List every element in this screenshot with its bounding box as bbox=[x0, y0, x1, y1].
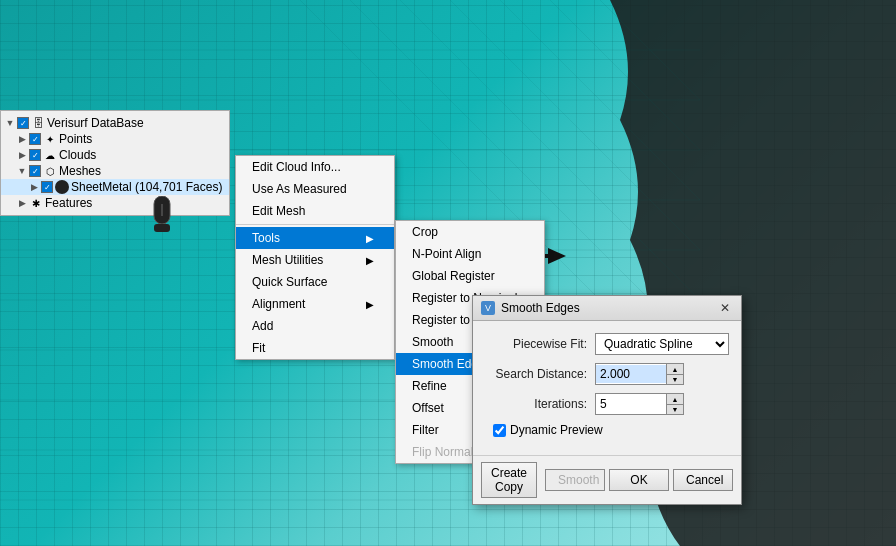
menu-mesh-utilities-label: Mesh Utilities bbox=[252, 253, 323, 267]
menu-tools-label: Tools bbox=[252, 231, 280, 245]
dynamic-preview-checkbox[interactable] bbox=[493, 424, 506, 437]
submenu-n-point-align[interactable]: N-Point Align bbox=[396, 243, 544, 265]
menu-quick-surface[interactable]: Quick Surface bbox=[236, 271, 394, 293]
menu-edit-cloud-label: Edit Cloud Info... bbox=[252, 160, 341, 174]
submenu-refine-label: Refine bbox=[412, 379, 447, 393]
submenu-flip-normals-label: Flip Normals bbox=[412, 445, 479, 459]
dynamic-preview-row: Dynamic Preview bbox=[485, 423, 729, 437]
points-icon: ✦ bbox=[43, 132, 57, 146]
menu-edit-cloud[interactable]: Edit Cloud Info... bbox=[236, 156, 394, 178]
tree-sheetmetal[interactable]: ▶ ✓ SheetMetal (104,701 Faces) bbox=[1, 179, 229, 195]
tools-submenu-arrow: ▶ bbox=[366, 233, 374, 244]
search-distance-label: Search Distance: bbox=[485, 367, 595, 381]
sheetmetal-label: SheetMetal (104,701 Faces) bbox=[71, 180, 222, 194]
iterations-spinbuttons: ▲ ▼ bbox=[666, 394, 683, 414]
search-distance-up[interactable]: ▲ bbox=[667, 364, 683, 374]
points-checkbox[interactable]: ✓ bbox=[29, 133, 41, 145]
search-distance-row: Search Distance: ▲ ▼ bbox=[485, 363, 729, 385]
database-icon: 🗄 bbox=[31, 116, 45, 130]
menu-alignment[interactable]: Alignment ▶ bbox=[236, 293, 394, 315]
menu-use-as-measured-label: Use As Measured bbox=[252, 182, 347, 196]
database-label: Verisurf DataBase bbox=[47, 116, 144, 130]
svg-marker-18 bbox=[548, 248, 566, 264]
menu-tools[interactable]: Tools ▶ bbox=[236, 227, 394, 249]
expand-icon: ▼ bbox=[5, 118, 15, 128]
iterations-row: Iterations: ▲ ▼ bbox=[485, 393, 729, 415]
search-distance-input[interactable] bbox=[596, 365, 666, 383]
menu-use-as-measured[interactable]: Use As Measured bbox=[236, 178, 394, 200]
create-copy-button[interactable]: Create Copy bbox=[481, 462, 537, 498]
tree-panel: ▼ ✓ 🗄 Verisurf DataBase ▶ ✓ ✦ Points ▶ ✓… bbox=[0, 110, 230, 216]
tree-database[interactable]: ▼ ✓ 🗄 Verisurf DataBase bbox=[1, 115, 229, 131]
dialog-button-row: Create Copy Smooth OK Cancel bbox=[473, 455, 741, 504]
menu-alignment-label: Alignment bbox=[252, 297, 305, 311]
menu-fit[interactable]: Fit bbox=[236, 337, 394, 359]
menu-edit-mesh[interactable]: Edit Mesh bbox=[236, 200, 394, 222]
alignment-submenu-arrow: ▶ bbox=[366, 299, 374, 310]
tree-clouds[interactable]: ▶ ✓ ☁ Clouds bbox=[1, 147, 229, 163]
search-distance-down[interactable]: ▼ bbox=[667, 374, 683, 384]
sheetmetal-checkbox[interactable]: ✓ bbox=[41, 181, 53, 193]
dynamic-preview-label: Dynamic Preview bbox=[510, 423, 603, 437]
tree-points[interactable]: ▶ ✓ ✦ Points bbox=[1, 131, 229, 147]
smooth-button[interactable]: Smooth bbox=[545, 469, 605, 491]
iterations-up[interactable]: ▲ bbox=[667, 394, 683, 404]
submenu-offset-label: Offset bbox=[412, 401, 444, 415]
menu-separator-1 bbox=[236, 224, 394, 225]
menu-add[interactable]: Add bbox=[236, 315, 394, 337]
piecewise-fit-label: Piecewise Fit: bbox=[485, 337, 595, 351]
context-menu: Edit Cloud Info... Use As Measured Edit … bbox=[235, 155, 395, 360]
svg-rect-21 bbox=[154, 224, 170, 232]
expand-icon-sheetmetal: ▶ bbox=[29, 182, 39, 192]
iterations-spinbox: ▲ ▼ bbox=[595, 393, 684, 415]
cancel-button[interactable]: Cancel bbox=[673, 469, 733, 491]
piecewise-fit-control: Linear Quadratic Spline Cubic Spline bbox=[595, 333, 729, 355]
submenu-crop-label: Crop bbox=[412, 225, 438, 239]
dialog-title-bar: V Smooth Edges ✕ bbox=[473, 296, 741, 321]
menu-fit-label: Fit bbox=[252, 341, 265, 355]
features-icon: ✱ bbox=[29, 196, 43, 210]
db-checkbox[interactable]: ✓ bbox=[17, 117, 29, 129]
iterations-label: Iterations: bbox=[485, 397, 595, 411]
meshes-label: Meshes bbox=[59, 164, 101, 178]
iterations-control: ▲ ▼ bbox=[595, 393, 729, 415]
clouds-icon: ☁ bbox=[43, 148, 57, 162]
sheetmetal-icon bbox=[55, 180, 69, 194]
dialog-body: Piecewise Fit: Linear Quadratic Spline C… bbox=[473, 321, 741, 455]
mouse-cursor-icon bbox=[148, 196, 176, 236]
clouds-label: Clouds bbox=[59, 148, 96, 162]
submenu-n-point-align-label: N-Point Align bbox=[412, 247, 481, 261]
dialog-app-icon: V bbox=[481, 301, 495, 315]
dialog-title-text: Smooth Edges bbox=[501, 301, 580, 315]
submenu-filter-label: Filter bbox=[412, 423, 439, 437]
mesh-utilities-submenu-arrow: ▶ bbox=[366, 255, 374, 266]
piecewise-fit-row: Piecewise Fit: Linear Quadratic Spline C… bbox=[485, 333, 729, 355]
piecewise-fit-select[interactable]: Linear Quadratic Spline Cubic Spline bbox=[595, 333, 729, 355]
search-distance-spinbox: ▲ ▼ bbox=[595, 363, 684, 385]
clouds-checkbox[interactable]: ✓ bbox=[29, 149, 41, 161]
meshes-checkbox[interactable]: ✓ bbox=[29, 165, 41, 177]
submenu-smooth-label: Smooth bbox=[412, 335, 453, 349]
features-label: Features bbox=[45, 196, 92, 210]
expand-icon-clouds: ▶ bbox=[17, 150, 27, 160]
menu-quick-surface-label: Quick Surface bbox=[252, 275, 327, 289]
ok-button[interactable]: OK bbox=[609, 469, 669, 491]
menu-edit-mesh-label: Edit Mesh bbox=[252, 204, 305, 218]
menu-add-label: Add bbox=[252, 319, 273, 333]
tree-features[interactable]: ▶ ✱ Features bbox=[1, 195, 229, 211]
tree-meshes[interactable]: ▼ ✓ ⬡ Meshes bbox=[1, 163, 229, 179]
dialog-title-left: V Smooth Edges bbox=[481, 301, 580, 315]
meshes-icon: ⬡ bbox=[43, 164, 57, 178]
submenu-crop[interactable]: Crop bbox=[396, 221, 544, 243]
submenu-global-register[interactable]: Global Register bbox=[396, 265, 544, 287]
dialog-close-button[interactable]: ✕ bbox=[717, 300, 733, 316]
dialog-icon-label: V bbox=[485, 303, 491, 313]
expand-icon-features: ▶ bbox=[17, 198, 27, 208]
menu-mesh-utilities[interactable]: Mesh Utilities ▶ bbox=[236, 249, 394, 271]
points-label: Points bbox=[59, 132, 92, 146]
search-distance-spinbuttons: ▲ ▼ bbox=[666, 364, 683, 384]
search-distance-control: ▲ ▼ bbox=[595, 363, 729, 385]
expand-icon-meshes: ▼ bbox=[17, 166, 27, 176]
iterations-down[interactable]: ▼ bbox=[667, 404, 683, 414]
iterations-input[interactable] bbox=[596, 395, 666, 413]
